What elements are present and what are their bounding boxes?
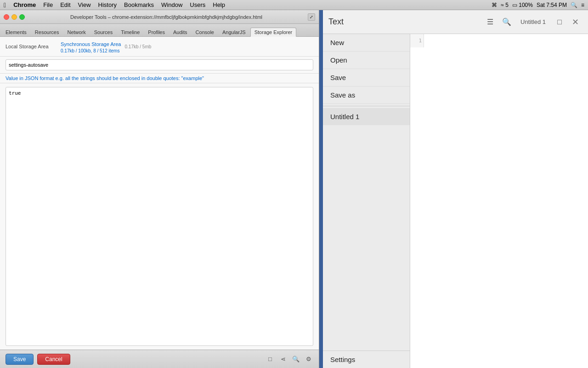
minimize-window-button[interactable] — [11, 14, 17, 20]
menu-chrome[interactable]: Chrome — [13, 1, 36, 8]
devtools-title: Developer Tools – chrome-extension://mmf… — [28, 14, 304, 20]
text-app-title: Text — [328, 17, 482, 27]
menu-file[interactable]: File — [43, 1, 53, 8]
sidebar-item-save-as[interactable]: Save as — [323, 86, 410, 104]
text-app: Text ☰ 🔍 Untitled 1 □ ✕ New Open Save Sa… — [323, 10, 588, 368]
sidebar-item-open[interactable]: Open — [323, 52, 410, 69]
tab-profiles[interactable]: Profiles — [144, 28, 169, 36]
devtools-tabs: Elements Resources Network Sources Timel… — [0, 24, 319, 37]
wifi-icon: ≈ 5 — [501, 2, 509, 8]
doc-title-toolbar: Untitled 1 — [515, 18, 551, 25]
local-storage-size: 0.17kb / 5mb — [124, 44, 151, 49]
inspect-element-icon[interactable]: ⋖ — [278, 355, 288, 364]
sync-storage-link[interactable]: Synchronous Storage Area — [61, 41, 121, 47]
menubar:  Chrome File Edit View History Bookmark… — [0, 0, 588, 10]
bluetooth-icon: ⌘ — [492, 2, 497, 8]
right-area: Text ☰ 🔍 Untitled 1 □ ✕ New Open Save Sa… — [319, 10, 588, 368]
devtools-panel: Developer Tools – chrome-extension://mmf… — [0, 10, 319, 368]
menu-history[interactable]: History — [98, 1, 117, 8]
close-doc-button[interactable]: ✕ — [568, 15, 582, 29]
editor-line-numbers: 1 — [410, 34, 588, 47]
value-hint: Value in JSON format e.g. all the string… — [0, 74, 319, 83]
devtools-bottombar-right: □ ⋖ 🔍 ⚙ — [266, 355, 313, 364]
text-app-body: New Open Save Save as Untitled 1 Setting… — [323, 34, 588, 368]
clock: Sat 7:54 PM — [537, 2, 567, 8]
menu-view[interactable]: View — [78, 1, 91, 8]
search-icon[interactable]: 🔍 — [498, 14, 515, 30]
menu-help[interactable]: Help — [213, 1, 225, 8]
settings-gear-icon[interactable]: ⚙ — [304, 355, 313, 364]
traffic-lights — [4, 14, 25, 20]
text-app-toolbar: Text ☰ 🔍 Untitled 1 □ ✕ — [323, 10, 588, 34]
text-editor-area: 1 — [410, 34, 588, 368]
hamburger-menu-icon[interactable]: ☰ — [482, 14, 498, 30]
tab-audits[interactable]: Audits — [170, 28, 191, 36]
key-input-row — [0, 57, 319, 74]
devtools-bottombar: Save Cancel □ ⋖ 🔍 ⚙ — [0, 350, 319, 368]
value-textarea[interactable] — [6, 87, 313, 346]
search-bottom-icon[interactable]: 🔍 — [291, 355, 300, 364]
tab-elements[interactable]: Elements — [2, 28, 30, 36]
tab-network[interactable]: Network — [63, 28, 89, 36]
tab-sources[interactable]: Sources — [90, 28, 116, 36]
divider-stripe — [319, 10, 323, 368]
sidebar-item-settings[interactable]: Settings — [323, 351, 410, 368]
main-area: Developer Tools – chrome-extension://mmf… — [0, 10, 588, 368]
search-icon[interactable]: 🔍 — [571, 2, 577, 8]
sync-storage-size: 0.17kb / 100kb, 8 / 512 items — [61, 48, 121, 53]
tab-storage-explorer[interactable]: Storage Explorer — [250, 28, 297, 37]
close-window-button[interactable] — [4, 14, 9, 20]
text-sidebar: New Open Save Save as Untitled 1 Setting… — [323, 34, 410, 368]
sidebar-item-save[interactable]: Save — [323, 69, 410, 86]
key-input[interactable] — [6, 59, 313, 70]
notifications-icon[interactable]: ≡ — [581, 2, 584, 8]
devtools-content: Local Storage Area Synchronous Storage A… — [0, 37, 319, 350]
storage-area-row: Local Storage Area Synchronous Storage A… — [0, 37, 319, 57]
sidebar-item-untitled1[interactable]: Untitled 1 — [323, 108, 410, 125]
menubar-right: ⌘ ≈ 5 ▭ 100% Sat 7:54 PM 🔍 ≡ — [492, 2, 584, 8]
sidebar-divider — [323, 106, 410, 106]
line-number-col: 1 — [410, 34, 424, 47]
menu-edit[interactable]: Edit — [60, 1, 70, 8]
fullscreen-icon[interactable]: □ — [551, 14, 568, 30]
sidebar-spacer — [323, 125, 410, 351]
console-drawer-icon[interactable]: □ — [266, 355, 275, 364]
local-storage-label: Local Storage Area — [6, 44, 61, 49]
tab-console[interactable]: Console — [192, 28, 218, 36]
apple-menu[interactable]:  — [4, 1, 6, 9]
tab-angularjs[interactable]: AngularJS — [219, 28, 249, 36]
devtools-titlebar: Developer Tools – chrome-extension://mmf… — [0, 10, 319, 24]
menu-window[interactable]: Window — [161, 1, 182, 8]
cancel-button[interactable]: Cancel — [37, 354, 70, 365]
battery-icon: ▭ 100% — [512, 2, 533, 8]
editor-content[interactable] — [424, 34, 588, 47]
maximize-window-button[interactable] — [19, 14, 25, 20]
value-textarea-wrap — [0, 83, 319, 350]
expand-devtools-button[interactable]: ⤢ — [308, 13, 315, 21]
save-button[interactable]: Save — [6, 354, 34, 365]
menu-users[interactable]: Users — [190, 1, 205, 8]
tab-timeline[interactable]: Timeline — [117, 28, 143, 36]
menu-bookmarks[interactable]: Bookmarks — [124, 1, 154, 8]
sidebar-item-new[interactable]: New — [323, 34, 410, 52]
tab-resources[interactable]: Resources — [31, 28, 63, 36]
